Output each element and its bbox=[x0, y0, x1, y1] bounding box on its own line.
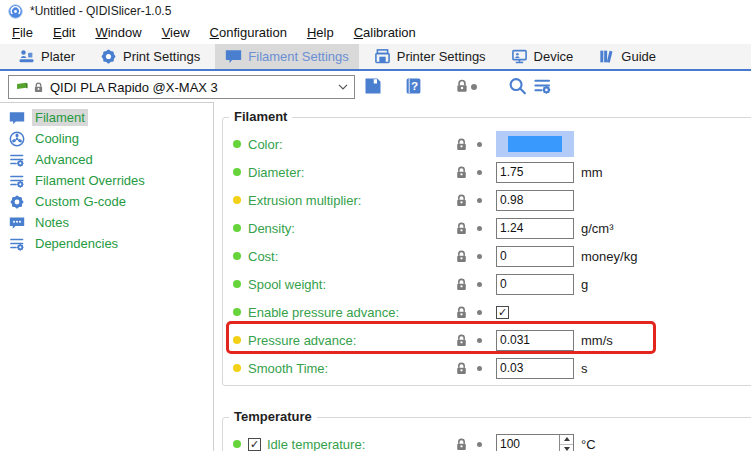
label-wrap: Pressure advance: bbox=[248, 333, 453, 348]
tab-label: Printer Settings bbox=[397, 49, 486, 64]
input-pressure-advance[interactable]: 0.031 bbox=[496, 330, 574, 351]
input-idle-temperature[interactable]: 100 bbox=[496, 434, 574, 451]
preset-combobox[interactable]: QIDI PLA Rapido @X-MAX 3 bbox=[8, 75, 355, 99]
unit-label: mm bbox=[581, 165, 603, 180]
sidebar-item-label: Cooling bbox=[32, 130, 82, 147]
revert-dot[interactable] bbox=[477, 170, 482, 175]
menu-window[interactable]: Window bbox=[85, 22, 151, 44]
filament-flag-icon bbox=[15, 80, 31, 94]
sidebar-item-custom-g-code[interactable]: Custom G-code bbox=[0, 191, 213, 212]
revert-dot[interactable] bbox=[477, 254, 482, 259]
tab-device[interactable]: Device bbox=[501, 44, 584, 69]
tab-label: Device bbox=[534, 49, 574, 64]
menu-configuration[interactable]: Configuration bbox=[200, 22, 297, 44]
green-modified-dot bbox=[233, 440, 241, 448]
lock-icon[interactable] bbox=[455, 249, 468, 264]
input-spool-weight[interactable]: 0 bbox=[496, 274, 574, 295]
sidebar-item-cooling[interactable]: Cooling bbox=[0, 128, 213, 149]
input-value: 0 bbox=[500, 277, 507, 291]
sidebar-item-advanced[interactable]: Advanced bbox=[0, 149, 213, 170]
lock-icon[interactable] bbox=[455, 221, 468, 236]
tab-print-settings[interactable]: Print Settings bbox=[90, 44, 210, 69]
setting-label-smooth-time: Smooth Time: bbox=[248, 361, 328, 376]
sidebar-item-filament-overrides[interactable]: Filament Overrides bbox=[0, 170, 213, 191]
input-value: 1.24 bbox=[500, 221, 523, 235]
input-value: 0.031 bbox=[500, 333, 530, 347]
help-button[interactable]: ? bbox=[404, 76, 423, 96]
gear-icon bbox=[9, 194, 25, 210]
sidebar-item-label: Filament Overrides bbox=[32, 172, 148, 189]
unit-label: °C bbox=[581, 437, 596, 451]
yellow-modified-dot bbox=[233, 336, 241, 344]
spin-down-button[interactable] bbox=[560, 445, 573, 451]
revert-dot[interactable] bbox=[477, 226, 482, 231]
enable-pressure-advance-checkbox[interactable]: ✓ bbox=[496, 306, 509, 319]
green-modified-dot bbox=[233, 168, 241, 176]
revert-dot[interactable] bbox=[477, 442, 482, 447]
save-preset-button[interactable] bbox=[363, 76, 383, 96]
input-diameter[interactable]: 1.75 bbox=[496, 162, 574, 183]
setting-row-idle-temperature: ✓Idle temperature:100°C bbox=[223, 430, 751, 451]
spin-up-button[interactable] bbox=[560, 435, 573, 445]
lock-icon[interactable] bbox=[455, 193, 468, 208]
setting-label-color: Color: bbox=[248, 137, 283, 152]
label-wrap: Cost: bbox=[248, 249, 453, 264]
lock-icon[interactable] bbox=[455, 165, 468, 180]
menu-help[interactable]: Help bbox=[297, 22, 344, 44]
window-title: *Untitled - QIDISlicer-1.0.5 bbox=[30, 4, 171, 18]
settings-sidebar: FilamentCoolingAdvancedFilament Override… bbox=[0, 102, 214, 451]
lock-icon[interactable] bbox=[455, 277, 468, 292]
menu-view[interactable]: View bbox=[152, 22, 200, 44]
revert-dot[interactable] bbox=[477, 198, 482, 203]
svg-text:?: ? bbox=[411, 79, 418, 92]
menu-file[interactable]: File bbox=[2, 22, 43, 44]
input-value: 0 bbox=[500, 249, 507, 263]
label-wrap: Spool weight: bbox=[248, 277, 453, 292]
sidebar-item-notes[interactable]: Notes bbox=[0, 212, 213, 233]
revert-dot[interactable] bbox=[477, 282, 482, 287]
revert-dot[interactable] bbox=[477, 310, 482, 315]
group-title: Temperature bbox=[229, 409, 317, 424]
input-cost[interactable]: 0 bbox=[496, 246, 574, 267]
green-modified-dot bbox=[233, 280, 241, 288]
tab-bar: PlaterPrint SettingsFilament SettingsPri… bbox=[0, 44, 751, 71]
green-modified-dot bbox=[233, 224, 241, 232]
unit-label: money/kg bbox=[581, 249, 637, 264]
setting-row-color: Color: bbox=[223, 130, 751, 158]
lock-icon[interactable] bbox=[455, 333, 468, 348]
idle-temperature-checkbox[interactable]: ✓ bbox=[248, 438, 261, 451]
plater-icon bbox=[18, 48, 35, 65]
search-button[interactable] bbox=[508, 76, 527, 96]
yellow-modified-dot bbox=[233, 364, 241, 372]
input-smooth-time[interactable]: 0.03 bbox=[496, 358, 574, 379]
sidebar-item-dependencies[interactable]: Dependencies bbox=[0, 233, 213, 254]
sidebar-item-filament[interactable]: Filament bbox=[0, 107, 213, 128]
lock-icon[interactable] bbox=[455, 361, 468, 376]
unit-label: mm/s bbox=[581, 333, 613, 348]
search-settings-button[interactable] bbox=[533, 76, 552, 96]
tab-printer-settings[interactable]: Printer Settings bbox=[364, 44, 496, 69]
revert-dot-indicator[interactable] bbox=[471, 84, 477, 90]
revert-dot[interactable] bbox=[477, 338, 482, 343]
list-gear-icon bbox=[9, 236, 25, 252]
input-density[interactable]: 1.24 bbox=[496, 218, 574, 239]
revert-dot[interactable] bbox=[477, 366, 482, 371]
setting-label-idle-temperature: Idle temperature: bbox=[267, 437, 365, 451]
menu-calibration[interactable]: Calibration bbox=[344, 22, 426, 44]
lock-icon[interactable] bbox=[455, 437, 468, 451]
revert-dot[interactable] bbox=[477, 142, 482, 147]
lock-icon[interactable] bbox=[455, 305, 468, 320]
tab-plater[interactable]: Plater bbox=[8, 44, 85, 69]
input-extrusion-multiplier[interactable]: 0.98 bbox=[496, 190, 574, 211]
lock-icon[interactable] bbox=[455, 137, 468, 152]
menu-edit[interactable]: Edit bbox=[43, 22, 85, 44]
setting-row-cost: Cost:0money/kg bbox=[223, 242, 751, 270]
setting-row-enable-pressure-advance: Enable pressure advance:✓ bbox=[223, 298, 751, 326]
qidislicer-window: *Untitled - QIDISlicer-1.0.5 FileEditWin… bbox=[0, 0, 751, 451]
color-swatch-field[interactable] bbox=[496, 131, 574, 157]
tab-filament-settings[interactable]: Filament Settings bbox=[215, 44, 358, 69]
printer-icon bbox=[374, 48, 391, 65]
lock-toggle-button[interactable] bbox=[455, 76, 469, 96]
setting-label-density: Density: bbox=[248, 221, 295, 236]
tab-guide[interactable]: Guide bbox=[588, 44, 666, 69]
